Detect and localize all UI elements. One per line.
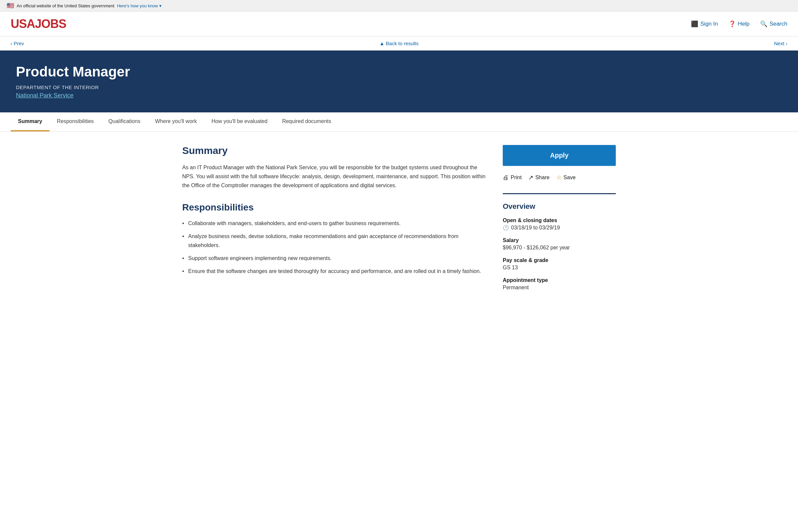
- appointment-value: Permanent: [503, 285, 616, 291]
- salary-label: Salary: [503, 238, 616, 243]
- back-to-results-label: ▲ Back to results: [379, 41, 418, 46]
- agency-name: National Park Service: [16, 92, 74, 99]
- agency-link[interactable]: National Park Service: [16, 92, 74, 99]
- save-label: Save: [564, 174, 575, 180]
- summary-section-title: Summary: [182, 145, 487, 156]
- search-link[interactable]: 🔍 Search: [760, 20, 787, 27]
- share-icon: ↗: [528, 174, 533, 181]
- print-button[interactable]: 🖨 Print: [503, 173, 522, 183]
- open-closing-label: Open & closing dates: [503, 217, 616, 224]
- sidebar: Apply 🖨 Print ↗ Share ☆ Save Overview Op…: [503, 145, 616, 297]
- sign-in-link[interactable]: ⬛ Sign In: [691, 20, 718, 27]
- main-content: Summary As an IT Product Manager with th…: [182, 145, 487, 297]
- gov-banner-text: An official website of the United States…: [17, 3, 114, 8]
- prev-label: ‹ Prev: [11, 41, 24, 46]
- search-icon: 🔍: [760, 20, 767, 27]
- next-link[interactable]: Next ›: [774, 41, 787, 46]
- tab-summary[interactable]: Summary: [11, 112, 50, 131]
- action-buttons: 🖨 Print ↗ Share ☆ Save: [503, 173, 616, 183]
- print-icon: 🖨: [503, 174, 509, 181]
- usajobs-logo: USAJOBS: [11, 17, 691, 31]
- summary-text: As an IT Product Manager with the Nation…: [182, 163, 487, 190]
- job-title: Product Manager: [16, 64, 782, 80]
- pay-scale-label: Pay scale & grade: [503, 258, 616, 263]
- star-icon: ☆: [556, 174, 562, 181]
- main-layout: Summary As an IT Product Manager with th…: [166, 132, 632, 310]
- clock-icon: 🕐: [503, 225, 509, 231]
- flag-icon: 🇺🇸: [7, 2, 14, 9]
- tab-qualifications[interactable]: Qualifications: [101, 112, 148, 131]
- tab-required-docs[interactable]: Required documents: [274, 112, 339, 131]
- open-closing-item: Open & closing dates 🕐 03/18/19 to 03/29…: [503, 217, 616, 231]
- overview-title: Overview: [503, 202, 616, 211]
- open-closing-value: 🕐 03/18/19 to 03/29/19: [503, 225, 616, 231]
- salary-item: Salary $96,970 - $126,062 per year: [503, 238, 616, 251]
- tab-responsibilities[interactable]: Responsibilities: [50, 112, 101, 131]
- appointment-type-item: Appointment type Permanent: [503, 277, 616, 291]
- tab-where-youll-work[interactable]: Where you'll work: [148, 112, 204, 131]
- tab-how-evaluated[interactable]: How you'll be evaluated: [204, 112, 275, 131]
- open-closing-date: 03/18/19 to 03/29/19: [511, 225, 560, 231]
- back-to-results-link[interactable]: ▲ Back to results: [379, 41, 418, 46]
- help-label: Help: [738, 21, 749, 27]
- help-icon: ❓: [728, 20, 736, 27]
- tabs-bar: Summary Responsibilities Qualifications …: [0, 112, 798, 132]
- pay-scale-item: Pay scale & grade GS 13: [503, 258, 616, 271]
- apply-button[interactable]: Apply: [503, 145, 616, 166]
- save-button[interactable]: ☆ Save: [556, 173, 575, 183]
- appointment-label: Appointment type: [503, 277, 616, 283]
- job-header: Product Manager DEPARTMENT OF THE INTERI…: [0, 51, 798, 112]
- responsibilities-list: Collaborate with managers, stakeholders,…: [182, 219, 487, 276]
- overview-box: Overview Open & closing dates 🕐 03/18/19…: [503, 193, 616, 291]
- print-label: Print: [511, 174, 522, 180]
- prev-link[interactable]: ‹ Prev: [11, 41, 24, 46]
- pay-scale-value: GS 13: [503, 265, 616, 271]
- department-name: DEPARTMENT OF THE INTERIOR: [16, 84, 782, 90]
- next-label: Next ›: [774, 41, 787, 46]
- sign-in-icon: ⬛: [691, 20, 698, 27]
- search-label: Search: [770, 21, 787, 27]
- list-item: Collaborate with managers, stakeholders,…: [182, 219, 487, 228]
- help-link[interactable]: ❓ Help: [728, 20, 749, 27]
- share-button[interactable]: ↗ Share: [528, 173, 550, 183]
- how-you-know-link[interactable]: Here's how you know ▾: [117, 3, 162, 8]
- salary-value: $96,970 - $126,062 per year: [503, 245, 616, 251]
- sign-in-label: Sign In: [700, 21, 718, 27]
- header-nav: ⬛ Sign In ❓ Help 🔍 Search: [691, 20, 787, 27]
- list-item: Analyze business needs, devise solutions…: [182, 232, 487, 250]
- list-item: Support software engineers implementing …: [182, 254, 487, 263]
- site-header: USAJOBS ⬛ Sign In ❓ Help 🔍 Search: [0, 12, 798, 37]
- gov-banner: 🇺🇸 An official website of the United Sta…: [0, 0, 798, 12]
- sub-nav: ‹ Prev ▲ Back to results Next ›: [0, 37, 798, 51]
- responsibilities-section-title: Responsibilities: [182, 202, 487, 213]
- share-label: Share: [535, 174, 550, 180]
- list-item: Ensure that the software changes are tes…: [182, 267, 487, 276]
